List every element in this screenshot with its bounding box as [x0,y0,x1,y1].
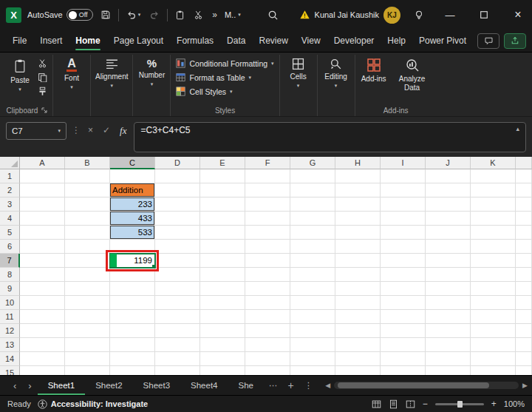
grid-cell-d9[interactable] [155,282,200,296]
grid-cell-k3[interactable] [471,197,516,212]
column-header-d[interactable]: D [155,157,200,169]
grid-cell-a9[interactable] [20,282,65,296]
analyze-data-button[interactable]: Analyze Data [390,55,434,92]
grid-cell-k8[interactable] [471,268,516,282]
grid-cell-c10[interactable] [110,296,155,310]
grid-cell-d10[interactable] [155,296,200,310]
grid-cell-f4[interactable] [245,212,290,226]
close-button[interactable]: × [504,0,532,30]
grid-cell-k4[interactable] [471,212,516,226]
column-header-k[interactable]: K [471,157,516,169]
grid-cell-f5[interactable] [245,226,290,240]
grid-cell-d1[interactable] [155,169,200,183]
row-header-5[interactable]: 5 [0,226,20,240]
menu-insert[interactable]: Insert [33,32,69,50]
row-header-3[interactable]: 3 [0,197,20,212]
grid-cell-b12[interactable] [65,324,110,338]
paste-button[interactable]: Paste ▾ [4,55,36,92]
redo-button[interactable] [148,8,161,21]
grid-cell-j14[interactable] [426,352,471,366]
grid-cell-j1[interactable] [426,169,471,183]
grid-cell-i7[interactable] [381,254,426,268]
grid-cell-b6[interactable] [65,240,110,254]
qat-overflow-button[interactable]: » [211,8,219,21]
grid-cell-k6[interactable] [471,240,516,254]
grid-cell-c11[interactable] [110,310,155,324]
cut-qat-button[interactable] [192,8,205,21]
grid-cell-e15[interactable] [200,366,245,375]
grid-cell-g10[interactable] [290,296,335,310]
save-button[interactable] [99,8,112,21]
grid-cell-b10[interactable] [65,296,110,310]
zoom-in-button[interactable]: + [491,399,497,409]
grid-cell-i4[interactable] [381,212,426,226]
grid-cell-f15[interactable] [245,366,290,375]
grid-cell-k12[interactable] [471,324,516,338]
grid-cell-g14[interactable] [290,352,335,366]
grid-cell-e2[interactable] [200,183,245,197]
grid-cell-a12[interactable] [20,324,65,338]
account-area[interactable]: Kunal Jai Kaushik KJ [299,7,400,24]
prev-sheet-button[interactable]: ‹ [7,380,22,391]
grid-cell-j6[interactable] [426,240,471,254]
cancel-button[interactable]: × [86,122,95,135]
grid-cell-b14[interactable] [65,352,110,366]
grid-cell-h13[interactable] [335,338,381,352]
menu-review[interactable]: Review [252,32,294,50]
grid-cell-h9[interactable] [335,282,381,296]
grid-cell-e3[interactable] [200,197,245,212]
grid-cell-j12[interactable] [426,324,471,338]
grid-cell-e8[interactable] [200,268,245,282]
row-header-10[interactable]: 10 [0,296,20,310]
grid-cell-a15[interactable] [20,366,65,375]
grid-cell-f13[interactable] [245,338,290,352]
grid-cell-f7[interactable] [245,254,290,268]
grid-cell-h15[interactable] [335,366,381,375]
scrollbar-track[interactable] [334,382,519,389]
grid-cell-d6[interactable] [155,240,200,254]
sheet-tab-sheet3[interactable]: Sheet3 [133,376,180,395]
grid-cell-g2[interactable] [290,183,335,197]
grid-cell-c12[interactable] [110,324,155,338]
grid-cell-d5[interactable] [155,226,200,240]
grid-cell-a2[interactable] [20,183,65,197]
grid-cell-c9[interactable] [110,282,155,296]
grid-cell-e6[interactable] [200,240,245,254]
sheet-tab-sheet5-truncated[interactable]: She [228,376,264,395]
editing-button[interactable]: Editing ▾ [320,55,352,89]
grid-cell-k9[interactable] [471,282,516,296]
grid-cell-a6[interactable] [20,240,65,254]
grid-cell-j9[interactable] [426,282,471,296]
grid-cell-f11[interactable] [245,310,290,324]
grid-cell-b8[interactable] [65,268,110,282]
grid-cell-g3[interactable] [290,197,335,212]
menu-formulas[interactable]: Formulas [170,32,220,50]
normal-view-icon[interactable] [372,399,381,409]
grid-cell-b13[interactable] [65,338,110,352]
grid-cell-c14[interactable] [110,352,155,366]
grid-cell-g13[interactable] [290,338,335,352]
column-header-a[interactable]: A [20,157,65,169]
grid-cell-h8[interactable] [335,268,381,282]
column-header-f[interactable]: F [245,157,290,169]
sheet-tab-sheet4[interactable]: Sheet4 [180,376,228,395]
clipboard-qat-button[interactable] [174,8,186,21]
grid-cell-e4[interactable] [200,212,245,226]
grid-cell-i3[interactable] [381,197,426,212]
alignment-button[interactable]: Alignment ▾ [93,55,130,89]
grid-cell-k7[interactable] [471,254,516,268]
enter-button[interactable]: ✓ [100,122,112,135]
menu-help[interactable]: Help [381,32,412,50]
grid-cell-d8[interactable] [155,268,200,282]
grid-cell-b2[interactable] [65,183,110,197]
zoom-out-button[interactable]: − [423,399,428,409]
grid-cell-e1[interactable] [200,169,245,183]
select-all-corner[interactable] [0,157,20,169]
grid-cell-j5[interactable] [426,226,471,240]
grid-cell-j4[interactable] [426,212,471,226]
grid-cell-i9[interactable] [381,282,426,296]
grid-cell-d15[interactable] [155,366,200,375]
menu-view[interactable]: View [295,32,327,50]
grid-cell-d7[interactable] [155,254,200,268]
page-break-view-icon[interactable] [406,399,415,409]
